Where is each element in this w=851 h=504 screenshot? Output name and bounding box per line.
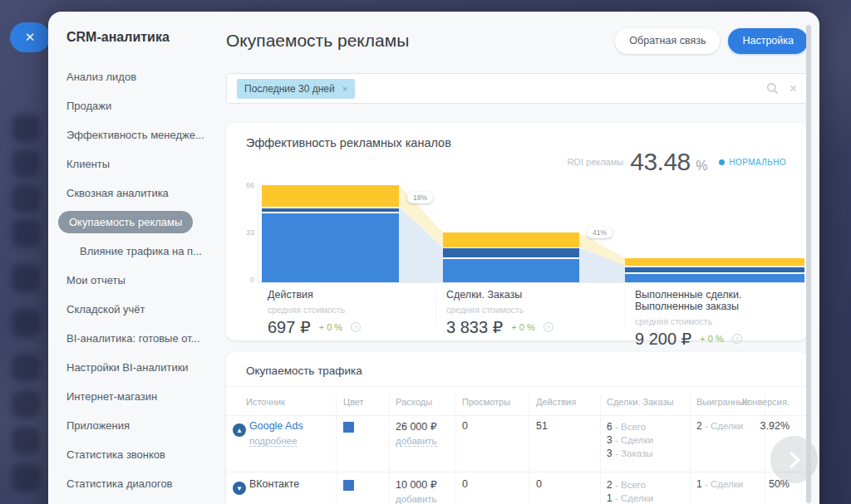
active-item-pill: Окупаемость рекламы: [58, 211, 193, 233]
stat-name: Действия: [268, 289, 361, 301]
col-conversion[interactable]: Конверсия.: [742, 397, 790, 407]
add-link[interactable]: добавить: [396, 436, 437, 447]
roi-value: 43.48: [630, 148, 691, 175]
roi-status-text: НОРМАЛЬНО: [729, 158, 786, 167]
info-icon[interactable]: ?: [351, 322, 361, 332]
filter-search-bar[interactable]: Последние 30 дней × ×: [226, 73, 808, 104]
sidebar-menu: Анализ лидов Продажи Эффективность менед…: [48, 62, 216, 498]
traffic-card: Окупаемость трафика Источник Цвет Расход…: [226, 352, 808, 504]
settings-button[interactable]: Настройка: [728, 28, 808, 54]
stage2-blue-band: [443, 259, 579, 282]
col-actions[interactable]: Действия: [536, 397, 576, 407]
filter-clear-icon[interactable]: ×: [790, 82, 797, 95]
conversion-value: 3.92%: [760, 420, 790, 432]
col-spend[interactable]: Расходы: [396, 397, 432, 407]
stat-actions: Действия средняя стоимость 697 ₽ + 0 % ?: [268, 289, 361, 337]
roi-label: ROI рекламы: [567, 157, 623, 167]
close-icon: ✕: [25, 30, 36, 45]
main-content: Окупаемость рекламы Обратная связь Настр…: [226, 12, 808, 504]
stage3-yellow-band: [625, 258, 804, 266]
sidebar-item-prilozheniya[interactable]: Приложения: [48, 411, 216, 440]
page-title: Окупаемость рекламы: [226, 31, 409, 51]
add-link[interactable]: добавить: [396, 494, 437, 504]
funnel-stage-deals[interactable]: [443, 184, 579, 282]
col-deals[interactable]: Сделки. Заказы: [607, 397, 673, 407]
actions-value: 51: [536, 420, 548, 432]
conversion-badge-1: 18%: [407, 192, 433, 203]
divider: [226, 415, 808, 416]
stat-name: Выполненные сделки. Выполненные заказы: [635, 289, 808, 312]
chip-remove-icon[interactable]: ×: [342, 84, 347, 94]
roi-status-dot-icon: [719, 159, 725, 165]
sidebar-item-vliyanie-trafika[interactable]: Влияние трафика на п...: [48, 237, 216, 266]
stat-sublabel: средняя стоимость: [446, 305, 553, 315]
page-header: Окупаемость рекламы Обратная связь Настр…: [226, 27, 808, 55]
funnel-card: Эффективность рекламных каналов ROI рекл…: [226, 123, 808, 340]
details-link[interactable]: подробнее: [249, 436, 298, 447]
filter-chip-label: Последние 30 дней: [244, 83, 335, 95]
stats-separator: [625, 291, 626, 327]
spend-value: 10 000 ₽: [396, 478, 437, 491]
divider: [226, 386, 808, 387]
source-label[interactable]: ВКонтакте: [249, 478, 299, 490]
col-color[interactable]: Цвет: [343, 397, 364, 407]
traffic-card-title: Окупаемость трафика: [246, 365, 362, 377]
stat-name: Сделки. Заказы: [446, 289, 553, 301]
vk-icon: ▼: [233, 482, 246, 495]
google-ads-icon: ▲: [233, 423, 246, 437]
source-link[interactable]: Google Ads: [249, 420, 303, 432]
deals-cell: 2 - Всего 1 - Сделки 1 - Заказы: [607, 478, 653, 504]
stage1-darkblue-band: [262, 208, 399, 212]
stat-delta: + 0 %: [319, 322, 342, 332]
sidebar-item-effektivnost-menedzherov[interactable]: Эффективность менедже...: [48, 120, 216, 149]
stat-delta: + 0 %: [700, 334, 723, 344]
roi-unit: %: [696, 159, 707, 173]
stage2-yellow-band: [443, 232, 579, 247]
stat-completed-deals: Выполненные сделки. Выполненные заказы с…: [635, 289, 808, 349]
info-icon[interactable]: ?: [544, 322, 553, 332]
sidebar-item-bi-analitika-otchety[interactable]: BI-аналитика: готовые от...: [48, 324, 216, 353]
info-icon[interactable]: ?: [732, 334, 742, 344]
divider: [226, 472, 808, 472]
stat-value: 3 833 ₽: [446, 317, 503, 337]
x-axis-line: [258, 282, 804, 283]
sidebar-item-skladskoy-uchet[interactable]: Складской учёт: [48, 295, 216, 324]
table-row: ▼ ВКонтакте 10 000 ₽ добавить 0 0 2 - Вс…: [226, 477, 808, 504]
stat-value: 697 ₽: [268, 317, 311, 337]
table-row: ▲ Google Ads подробнее 26 000 ₽ добавить…: [226, 418, 808, 472]
funnel-chart: 66 33 0: [226, 184, 808, 282]
actions-value: 0: [536, 478, 542, 490]
sidebar-item-nastroyki-bi-analitiki[interactable]: Настройки BI-аналитики: [48, 353, 216, 382]
search-icon[interactable]: [766, 82, 779, 95]
stat-sublabel: средняя стоимость: [268, 305, 361, 315]
col-source[interactable]: Источник: [246, 397, 285, 407]
stage3-darkblue-band: [625, 267, 804, 272]
stat-sublabel: средняя стоимость: [635, 316, 808, 326]
sidebar-item-klienty[interactable]: Клиенты: [48, 149, 216, 179]
sidebar-item-internet-magazin[interactable]: Интернет-магазин: [48, 382, 216, 411]
slideover-panel: CRM-аналитика Анализ лидов Продажи Эффек…: [48, 12, 819, 504]
sidebar-item-skvoznaya-analitika[interactable]: Сквозная аналитика: [48, 179, 216, 208]
stage1-blue-band: [262, 213, 399, 282]
sidebar-item-moi-otchety[interactable]: Мои отчеты: [48, 266, 216, 295]
stage2-darkblue-band: [443, 248, 579, 257]
spend-value: 26 000 ₽: [396, 420, 437, 433]
funnel-stage-completed[interactable]: [625, 184, 804, 282]
sidebar-item-prodazhi[interactable]: Продажи: [48, 91, 216, 120]
close-panel-button[interactable]: ✕: [10, 22, 50, 52]
views-value: 0: [462, 478, 468, 490]
sidebar-item-statistika-dialogov[interactable]: Статистика диалогов: [48, 469, 216, 498]
views-value: 0: [462, 420, 468, 432]
col-views[interactable]: Просмотры: [462, 397, 510, 407]
sidebar-item-analiz-lidov[interactable]: Анализ лидов: [48, 62, 216, 91]
feedback-button[interactable]: Обратная связь: [615, 28, 720, 54]
filter-chip-period[interactable]: Последние 30 дней ×: [237, 79, 355, 99]
panel-scrollbar[interactable]: [806, 25, 811, 503]
sidebar-item-okupaemost-reklamy[interactable]: Окупаемость рекламы: [48, 208, 216, 237]
funnel-stage-actions[interactable]: [262, 184, 399, 282]
stage3-blue-band: [625, 274, 804, 282]
sidebar-item-statistika-zvonkov[interactable]: Статистика звонков: [48, 440, 216, 469]
chevron-right-icon: [788, 451, 801, 469]
funnel-card-title: Эффективность рекламных каналов: [246, 136, 451, 149]
roi-indicator: ROI рекламы 43.48 % НОРМАЛЬНО: [567, 148, 786, 176]
